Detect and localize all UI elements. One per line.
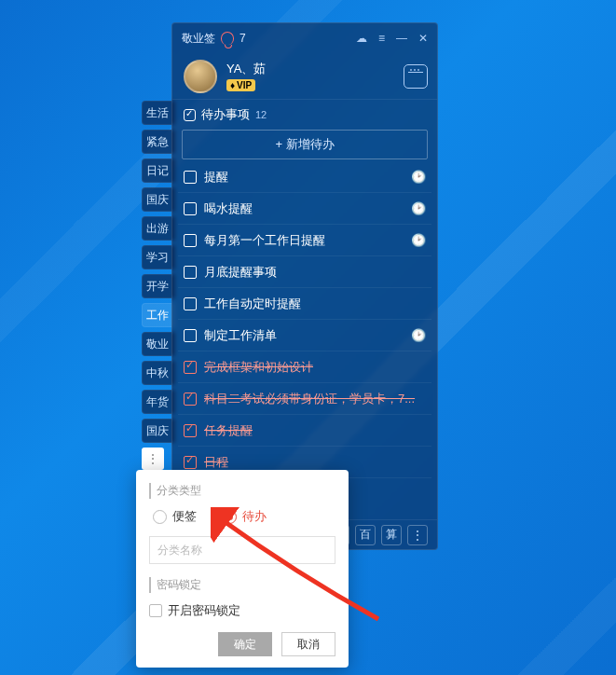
todo-text: 月底提醒事项 bbox=[204, 264, 426, 281]
sidebar-tag[interactable]: 中秋 bbox=[142, 361, 175, 385]
sidebar-tag[interactable]: 年货 bbox=[142, 390, 175, 414]
todo-text: 提醒 bbox=[204, 169, 404, 186]
add-todo-button[interactable]: + 新增待办 bbox=[182, 130, 428, 159]
section-title: 待办事项 12 bbox=[172, 100, 437, 130]
todo-text: 科目二考试必须带身份证，学员卡，7... bbox=[204, 391, 426, 407]
titlebar: 敬业签 7 ☁ ≡ — ✕ bbox=[172, 23, 437, 53]
avatar[interactable] bbox=[184, 60, 217, 93]
todo-item[interactable]: 每月第一个工作日提醒🕑 bbox=[178, 225, 431, 256]
todo-text: 完成框架和初始设计 bbox=[204, 359, 426, 376]
dialog-type-label: 分类类型 bbox=[149, 483, 335, 499]
checkbox-icon[interactable] bbox=[184, 329, 197, 342]
sidebar-tag[interactable]: 生活 bbox=[142, 101, 175, 125]
ok-button[interactable]: 确定 bbox=[218, 632, 272, 656]
sidebar-tag[interactable]: 国庆 bbox=[142, 187, 175, 212]
sidebar-tag[interactable]: 工作 bbox=[142, 303, 175, 327]
bottombar-button[interactable]: ⋮ bbox=[407, 525, 428, 545]
todo-item[interactable]: 科目二考试必须带身份证，学员卡，7... bbox=[178, 383, 431, 415]
section-count: 12 bbox=[255, 109, 267, 120]
todo-item[interactable]: 工作自动定时提醒 bbox=[178, 288, 431, 320]
bottombar-button[interactable]: 算 bbox=[381, 525, 402, 545]
checkbox-icon[interactable] bbox=[184, 171, 197, 184]
category-dialog: 分类类型 便签 待办 密码锁定 开启密码锁定 确定 取消 bbox=[136, 470, 349, 668]
checkbox-icon[interactable] bbox=[184, 297, 197, 310]
todo-item[interactable]: 制定工作清单🕑 bbox=[178, 320, 431, 351]
radio-icon bbox=[223, 510, 237, 524]
sidebar-tag[interactable]: 出游 bbox=[142, 216, 175, 241]
radio-todo[interactable]: 待办 bbox=[223, 508, 267, 525]
sidebar-tag[interactable]: 紧急 bbox=[142, 130, 175, 154]
cancel-button[interactable]: 取消 bbox=[281, 632, 335, 656]
app-name: 敬业签 bbox=[182, 31, 215, 47]
bell-icon[interactable] bbox=[221, 32, 234, 45]
sidebar-tag[interactable]: 国庆 bbox=[142, 419, 175, 443]
clock-icon: 🕑 bbox=[411, 170, 426, 184]
todo-item[interactable]: 任务提醒 bbox=[178, 415, 431, 447]
checkbox-icon[interactable] bbox=[184, 424, 197, 437]
todo-item[interactable]: 完成框架和初始设计 bbox=[178, 351, 431, 383]
clock-icon: 🕑 bbox=[411, 233, 426, 247]
vip-badge: ♦ VIP bbox=[226, 79, 255, 91]
more-button[interactable]: ⋮ bbox=[142, 448, 164, 470]
todo-text: 喝水提醒 bbox=[204, 200, 404, 217]
sidebar-tag[interactable]: 开学 bbox=[142, 274, 175, 298]
cloud-icon[interactable]: ☁ bbox=[356, 32, 367, 45]
minimize-icon[interactable]: — bbox=[396, 32, 407, 45]
todo-text: 制定工作清单 bbox=[204, 327, 404, 344]
todo-text: 任务提醒 bbox=[204, 422, 426, 439]
close-icon[interactable]: ✕ bbox=[418, 32, 428, 45]
todo-item[interactable]: 月底提醒事项 bbox=[178, 256, 431, 288]
checkbox-icon[interactable] bbox=[184, 456, 197, 469]
todo-text: 日程 bbox=[204, 454, 426, 471]
checkbox-icon[interactable] bbox=[184, 361, 197, 374]
sidebar-tag[interactable]: 学习 bbox=[142, 245, 175, 269]
check-icon bbox=[184, 109, 196, 121]
checkbox-icon[interactable] bbox=[184, 202, 197, 215]
dialog-lock-label: 密码锁定 bbox=[149, 577, 335, 593]
radio-icon bbox=[153, 510, 167, 524]
checkbox-icon[interactable] bbox=[184, 234, 197, 247]
enable-lock-checkbox[interactable]: 开启密码锁定 bbox=[149, 602, 335, 619]
calendar-icon[interactable] bbox=[404, 64, 428, 89]
menu-icon[interactable]: ≡ bbox=[378, 32, 385, 45]
todo-text: 每月第一个工作日提醒 bbox=[204, 232, 404, 249]
radio-note[interactable]: 便签 bbox=[153, 508, 197, 525]
notif-count: 7 bbox=[240, 32, 246, 45]
bottombar-button[interactable]: 百 bbox=[355, 525, 376, 545]
user-name: YA、茹 bbox=[226, 61, 266, 77]
todo-text: 工作自动定时提醒 bbox=[204, 296, 426, 312]
sidebar-tag[interactable]: 日记 bbox=[142, 158, 175, 183]
todo-list: 提醒🕑喝水提醒🕑每月第一个工作日提醒🕑月底提醒事项工作自动定时提醒制定工作清单🕑… bbox=[172, 161, 437, 478]
todo-item[interactable]: 提醒🕑 bbox=[178, 161, 431, 193]
checkbox-icon[interactable] bbox=[184, 266, 197, 279]
checkbox-icon bbox=[149, 604, 162, 617]
todo-item[interactable]: 喝水提醒🕑 bbox=[178, 193, 431, 225]
clock-icon: 🕑 bbox=[411, 328, 426, 342]
clock-icon: 🕑 bbox=[411, 201, 426, 215]
checkbox-icon[interactable] bbox=[184, 393, 197, 406]
category-name-input[interactable] bbox=[149, 536, 335, 564]
sidebar-tag[interactable]: 敬业 bbox=[142, 332, 175, 356]
user-row: YA、茹 ♦ VIP bbox=[172, 53, 437, 100]
